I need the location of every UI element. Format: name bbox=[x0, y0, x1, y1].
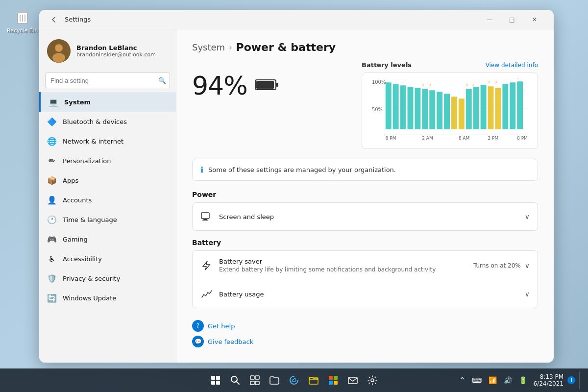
battery-usage-chevron: ∨ bbox=[525, 290, 530, 298]
sidebar-item-personalization[interactable]: ✏️ Personalization bbox=[39, 151, 176, 171]
svg-rect-25 bbox=[429, 90, 435, 129]
battery-section-title: Battery bbox=[192, 239, 538, 246]
svg-point-8 bbox=[52, 53, 65, 63]
task-view-button[interactable] bbox=[246, 371, 264, 389]
nav-label-update: Windows Update bbox=[63, 294, 116, 302]
wifi-icon[interactable]: 📶 bbox=[487, 375, 499, 385]
nav-label-gaming: Gaming bbox=[63, 236, 88, 243]
sidebar-item-accessibility[interactable]: ♿ Accessibility bbox=[39, 249, 176, 269]
sidebar-item-time[interactable]: 🕐 Time & language bbox=[39, 210, 176, 229]
svg-rect-53 bbox=[216, 376, 220, 380]
close-button[interactable]: ✕ bbox=[523, 10, 546, 29]
screen-sleep-row[interactable]: Screen and sleep ∨ bbox=[193, 203, 538, 230]
svg-rect-66 bbox=[334, 381, 338, 385]
battery-saver-chevron: ∨ bbox=[525, 262, 530, 270]
svg-rect-31 bbox=[466, 89, 472, 129]
svg-text:8 PM: 8 PM bbox=[517, 136, 528, 141]
file-explorer-button[interactable] bbox=[266, 371, 283, 389]
get-help-link[interactable]: ? Get help bbox=[192, 320, 538, 332]
sidebar-item-system[interactable]: 💻 System bbox=[39, 92, 176, 112]
svg-text:8 AM: 8 AM bbox=[459, 136, 469, 141]
nav-icon-time: 🕐 bbox=[47, 215, 57, 224]
search-input[interactable] bbox=[45, 73, 170, 88]
file-manager-button[interactable] bbox=[305, 371, 322, 389]
sidebar-item-network[interactable]: 🌐 Network & internet bbox=[39, 131, 176, 151]
breadcrumb-parent[interactable]: System bbox=[192, 42, 225, 52]
battery-chart: 100% 50% bbox=[367, 78, 533, 142]
sidebar-item-bluetooth[interactable]: 🔷 Bluetooth & devices bbox=[39, 112, 176, 131]
view-detailed-info-link[interactable]: View detailed info bbox=[486, 62, 538, 69]
svg-rect-18 bbox=[386, 82, 392, 129]
sidebar-item-apps[interactable]: 📦 Apps bbox=[39, 171, 176, 190]
svg-rect-65 bbox=[329, 381, 333, 385]
nav-label-bluetooth: Bluetooth & devices bbox=[63, 118, 127, 125]
chart-container: 100% 50% bbox=[362, 73, 538, 149]
give-feedback-text[interactable]: Give feedback bbox=[208, 338, 253, 345]
svg-rect-21 bbox=[408, 87, 414, 129]
settings-window: Settings — □ ✕ bbox=[39, 10, 554, 363]
battery-usage-row[interactable]: Battery usage ∨ bbox=[193, 280, 538, 308]
nav-icon-system: 💻 bbox=[49, 97, 58, 107]
show-hidden-icons[interactable]: ^ bbox=[458, 375, 467, 385]
svg-rect-28 bbox=[444, 94, 450, 129]
breadcrumb-separator: › bbox=[229, 43, 232, 52]
back-button[interactable] bbox=[47, 13, 61, 26]
notification-badge[interactable]: ! bbox=[567, 376, 575, 384]
nav-label-accounts: Accounts bbox=[63, 196, 92, 204]
minimize-button[interactable]: — bbox=[478, 10, 501, 29]
show-desktop-button[interactable] bbox=[579, 371, 582, 389]
screen-sleep-content: Screen and sleep bbox=[219, 213, 518, 220]
sidebar-item-accounts[interactable]: 👤 Accounts bbox=[39, 190, 176, 210]
battery-saver-subtitle: Extend battery life by limiting some not… bbox=[219, 266, 466, 273]
mail-button[interactable] bbox=[344, 371, 362, 389]
svg-text:⚡: ⚡ bbox=[516, 78, 519, 80]
svg-rect-27 bbox=[437, 92, 442, 129]
svg-rect-60 bbox=[250, 381, 254, 385]
start-button[interactable] bbox=[207, 371, 224, 389]
battery-settings-card: Battery saver Extend battery life by lim… bbox=[192, 250, 538, 308]
taskbar-time-text: 8:13 PM bbox=[533, 373, 564, 380]
sidebar-item-gaming[interactable]: 🎮 Gaming bbox=[39, 229, 176, 249]
battery-usage-icon bbox=[200, 288, 212, 300]
battery-percentage: 94% bbox=[192, 71, 247, 100]
search-icon: 🔍 bbox=[158, 77, 166, 84]
recycle-bin[interactable]: Recycle Bin bbox=[5, 5, 40, 36]
svg-rect-38 bbox=[495, 88, 501, 129]
svg-rect-23 bbox=[422, 89, 428, 129]
svg-text:8 PM: 8 PM bbox=[386, 136, 396, 141]
volume-icon[interactable]: 🔊 bbox=[502, 375, 514, 385]
battery-saver-row[interactable]: Battery saver Extend battery life by lim… bbox=[193, 251, 538, 280]
profile-section[interactable]: Brandon LeBlanc brandoninsider@outlook.c… bbox=[39, 33, 176, 69]
nav-list: 💻 System 🔷 Bluetooth & devices 🌐 Network… bbox=[39, 92, 176, 308]
window-controls: — □ ✕ bbox=[478, 10, 546, 29]
screen-sleep-icon bbox=[200, 211, 212, 222]
sidebar-item-privacy[interactable]: 🛡️ Privacy & security bbox=[39, 269, 176, 288]
taskbar-date-text: 6/24/2021 bbox=[533, 380, 564, 387]
battery-saver-icon bbox=[200, 260, 212, 271]
battery-usage-content: Battery usage bbox=[219, 291, 518, 298]
screen-sleep-title: Screen and sleep bbox=[219, 213, 518, 220]
battery-overview: 94% Battery levels bbox=[192, 61, 538, 149]
svg-rect-42 bbox=[517, 81, 523, 129]
sidebar-item-update[interactable]: 🔄 Windows Update bbox=[39, 288, 176, 308]
battery-tray-icon[interactable]: 🔋 bbox=[517, 375, 529, 385]
keyboard-icon[interactable]: ⌨ bbox=[470, 375, 484, 385]
power-section-title: Power bbox=[192, 191, 538, 198]
chart-header: Battery levels View detailed info bbox=[362, 61, 538, 69]
svg-text:50%: 50% bbox=[372, 107, 383, 112]
svg-rect-54 bbox=[211, 381, 215, 385]
window-title: Settings bbox=[65, 16, 91, 23]
nav-icon-update: 🔄 bbox=[47, 293, 57, 303]
recycle-bin-icon bbox=[13, 7, 32, 26]
store-button[interactable] bbox=[324, 371, 342, 389]
taskbar-clock[interactable]: 8:13 PM 6/24/2021 bbox=[533, 373, 564, 387]
svg-rect-41 bbox=[510, 82, 515, 129]
maximize-button[interactable]: □ bbox=[501, 10, 523, 29]
edge-button[interactable] bbox=[285, 371, 303, 389]
taskbar-settings-button[interactable] bbox=[364, 371, 381, 389]
svg-rect-52 bbox=[211, 376, 215, 380]
give-feedback-link[interactable]: 💬 Give feedback bbox=[192, 336, 538, 347]
get-help-text[interactable]: Get help bbox=[208, 322, 235, 330]
taskbar-search-button[interactable] bbox=[226, 371, 244, 389]
power-settings-card: Screen and sleep ∨ bbox=[192, 202, 538, 231]
